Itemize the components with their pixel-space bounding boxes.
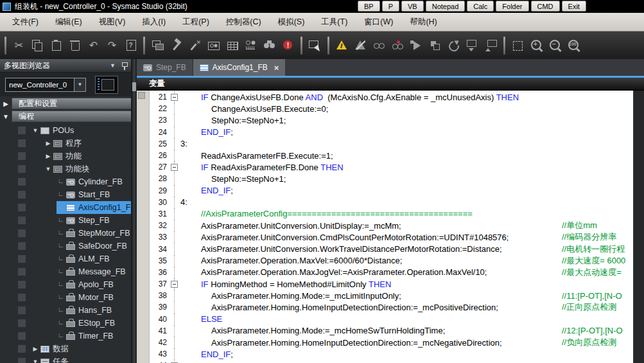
- line-number: 26: [150, 151, 169, 160]
- check-all-programs-icon[interactable]: [243, 37, 259, 54]
- transfer-to-controller-icon[interactable]: [464, 37, 480, 54]
- zoom-out-icon[interactable]: −: [547, 37, 563, 54]
- tree-item-start_fb[interactable]: ∟Start_FB: [0, 188, 131, 201]
- tree-item-数据[interactable]: ▶数据: [0, 342, 131, 355]
- io-map-icon[interactable]: [224, 37, 240, 54]
- menu-item[interactable]: 文件(F): [4, 13, 47, 31]
- menu-item[interactable]: 视图(V): [91, 13, 134, 31]
- go-offline-icon[interactable]: [352, 37, 369, 54]
- search-icon[interactable]: [261, 37, 277, 54]
- copy-icon[interactable]: [30, 37, 46, 54]
- run-icon[interactable]: [408, 37, 424, 54]
- tab-axisconfig1-fb[interactable]: AxisConfig1_FB ×: [193, 59, 286, 76]
- cut-icon[interactable]: ✂: [11, 37, 27, 54]
- zoom-in-icon[interactable]: +: [528, 37, 544, 54]
- menu-item[interactable]: 插入(I): [134, 13, 174, 31]
- section-programming[interactable]: ▼ 编程: [0, 111, 131, 122]
- rebuild-icon[interactable]: [187, 37, 203, 54]
- expander-icon[interactable]: ▼: [31, 127, 40, 134]
- tree-item-hans_fb[interactable]: ∟Hans_FB: [0, 304, 131, 317]
- transfer-from-controller-icon[interactable]: [483, 37, 499, 54]
- close-tab-icon[interactable]: ×: [274, 63, 279, 73]
- panel-title-bar: 多视图浏览器 ▼: [0, 59, 131, 73]
- program-check-icon[interactable]: [205, 37, 222, 54]
- launcher-button-exit[interactable]: Exit: [562, 1, 586, 12]
- go-online-icon[interactable]: [334, 37, 350, 54]
- redo-icon[interactable]: ↷: [104, 37, 120, 54]
- launcher-button-p[interactable]: P: [382, 1, 399, 12]
- zoom-100-icon[interactable]: 100: [566, 37, 582, 54]
- controller-selector[interactable]: new_Controller_0 ▼: [5, 78, 86, 92]
- st-code-editor[interactable]: 21IF ChangeAxisUseFB.Done AND (McAxisNo.…: [137, 91, 644, 363]
- pin-icon[interactable]: [121, 62, 127, 70]
- menu-item[interactable]: 工具(T): [313, 13, 356, 31]
- launcher-button-calc[interactable]: Calc: [467, 1, 494, 12]
- tree-item-message_fb[interactable]: ∟Message_FB: [0, 265, 131, 278]
- fold-margin: [169, 348, 180, 360]
- menu-item[interactable]: 窗口(W): [356, 13, 401, 31]
- fold-icon: [53, 140, 62, 147]
- expander-icon[interactable]: ▼: [31, 359, 40, 363]
- help-page-icon[interactable]: ?: [123, 37, 139, 54]
- expand-arrow-icon[interactable]: ▼: [0, 113, 12, 120]
- menu-item[interactable]: 工程(P): [174, 13, 218, 31]
- panel-menu-caret-icon[interactable]: ▼: [110, 62, 116, 69]
- tree-item-axisconfig1_fb[interactable]: ∟AxisConfig1_FB: [0, 201, 131, 214]
- line-number: 38: [150, 291, 169, 300]
- tree-item-motor_fb[interactable]: ∟Motor_FB: [0, 291, 131, 304]
- tree-item-程序[interactable]: ▶程序: [0, 137, 131, 150]
- fold-toggle-icon[interactable]: [171, 281, 178, 288]
- panel-splitter[interactable]: [132, 59, 137, 363]
- stop-monitor-icon[interactable]: [390, 37, 406, 54]
- expander-icon[interactable]: ▶: [44, 140, 53, 146]
- error-list-icon[interactable]: !: [280, 37, 296, 54]
- menu-item[interactable]: 控制器(C): [218, 13, 270, 31]
- tree-checkbox: [18, 191, 26, 199]
- tree-item-任务[interactable]: ▼任务: [0, 355, 131, 363]
- paste-icon[interactable]: [48, 37, 64, 54]
- tree-item-cylinder_fb[interactable]: ∟Cylinder_FB: [0, 175, 131, 188]
- fold-toggle-icon[interactable]: [171, 164, 178, 171]
- fold-toggle-icon[interactable]: [171, 94, 178, 101]
- tree-item-功能[interactable]: ▶功能: [0, 150, 131, 163]
- window-export-icon[interactable]: [150, 37, 166, 54]
- section-config[interactable]: ▶ 配置和设置: [0, 98, 131, 109]
- launcher-button-vb[interactable]: VB: [401, 1, 424, 12]
- expand-arrow-icon[interactable]: ▶: [0, 100, 12, 107]
- expander-icon[interactable]: ▶: [44, 153, 53, 159]
- expander-icon[interactable]: ▶: [31, 346, 40, 352]
- tree-item-apolo_fb[interactable]: ∟Apolo_FB: [0, 278, 131, 291]
- menu-item[interactable]: 帮助(H): [401, 13, 445, 31]
- cross-reference-icon[interactable]: [307, 37, 323, 54]
- tree-item-stepmotor_fb[interactable]: ∟StepMotor_FB: [0, 227, 131, 240]
- tree-item-功能块[interactable]: ▼功能块: [0, 163, 131, 175]
- tab-step-fb[interactable]: Step_FB: [137, 59, 193, 76]
- launcher-button-folder[interactable]: Folder: [496, 1, 528, 12]
- tree-item-timer_fb[interactable]: ∟Timer_FB: [0, 330, 131, 342]
- tree-item-pous[interactable]: ▼POUs: [0, 124, 131, 137]
- build-icon[interactable]: [168, 37, 184, 54]
- vertical-scrollbar[interactable]: [633, 91, 644, 363]
- tree-item-safedoor_fb[interactable]: ∟SafeDoor_FB: [0, 240, 131, 252]
- synchronize-icon[interactable]: [446, 37, 462, 54]
- tree-checkbox: [18, 294, 26, 301]
- fold-margin: [169, 325, 180, 337]
- launcher-button-notepad[interactable]: Notepad: [426, 1, 466, 12]
- delete-icon[interactable]: [67, 37, 83, 54]
- expander-icon[interactable]: ▼: [44, 166, 53, 172]
- menu-item[interactable]: 编辑(E): [47, 13, 91, 31]
- tree-item-alm_fb[interactable]: ∟ALM_FB: [0, 252, 131, 265]
- variables-bar[interactable]: 变量: [137, 78, 644, 91]
- stop-icon[interactable]: [427, 37, 443, 54]
- line-number: 36: [150, 268, 169, 277]
- chevron-down-icon[interactable]: ▼: [74, 78, 85, 91]
- undo-icon[interactable]: ↶: [85, 37, 101, 54]
- launcher-button-bp[interactable]: BP: [358, 1, 380, 12]
- tree-item-step_fb[interactable]: ∟Step_FB: [0, 214, 131, 227]
- menu-item[interactable]: 模拟(S): [270, 13, 313, 31]
- monitor-icon[interactable]: [371, 37, 387, 54]
- fit-page-icon[interactable]: [510, 37, 526, 54]
- tree-item-estop_fb[interactable]: ∟EStop_FB: [0, 317, 131, 330]
- code-line-33: 33AxisPrarameter.UnitConversion.CmdPlsCo…: [137, 231, 644, 243]
- launcher-button-cmd[interactable]: CMD: [531, 1, 560, 12]
